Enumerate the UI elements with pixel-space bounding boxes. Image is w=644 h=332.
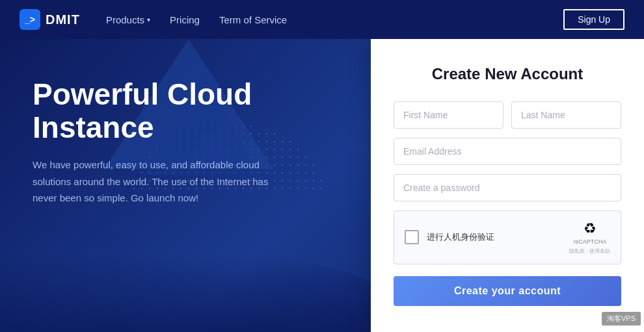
- recaptcha-widget[interactable]: 进行人机身份验证 ♻ reCAPTCHA 隐私权 · 使用条款: [394, 211, 621, 264]
- create-account-button[interactable]: Create your account: [394, 276, 621, 306]
- recaptcha-logo-icon: ♻: [584, 220, 597, 237]
- nav-products[interactable]: Products ▾: [106, 14, 150, 25]
- recaptcha-brand: reCAPTCHA: [573, 238, 606, 246]
- recaptcha-right: ♻ reCAPTCHA 隐私权 · 使用条款: [569, 220, 610, 255]
- recaptcha-checkbox[interactable]: [405, 230, 419, 244]
- first-name-input[interactable]: [394, 101, 503, 129]
- brand[interactable]: _> DMIT: [20, 9, 80, 30]
- brand-icon: _>: [20, 9, 40, 30]
- last-name-input[interactable]: [511, 101, 621, 129]
- email-input[interactable]: [394, 138, 621, 165]
- recaptcha-left: 进行人机身份验证: [405, 230, 494, 244]
- form-title: Create New Account: [394, 65, 621, 83]
- name-row: [394, 101, 621, 129]
- brand-name: DMIT: [46, 12, 80, 27]
- watermark: 淘客VPS: [602, 312, 641, 326]
- password-input[interactable]: [394, 174, 621, 201]
- recaptcha-label: 进行人机身份验证: [427, 231, 494, 243]
- navbar: _> DMIT Products ▾ Pricing Term of Servi…: [0, 0, 644, 39]
- nav-tos[interactable]: Term of Service: [219, 14, 287, 25]
- nav-pricing[interactable]: Pricing: [170, 14, 200, 25]
- hero-content: Powerful Cloud Instance We have powerful…: [0, 39, 364, 226]
- hero-section: Powerful Cloud Instance We have powerful…: [0, 39, 644, 332]
- recaptcha-terms: 隐私权 · 使用条款: [569, 248, 610, 255]
- hero-bottom-wave: [0, 254, 377, 332]
- nav-links: Products ▾ Pricing Term of Service: [106, 14, 563, 25]
- signup-button[interactable]: Sign Up: [563, 9, 624, 30]
- chevron-down-icon: ▾: [147, 16, 150, 23]
- signup-form-card: Create New Account 进行人机身份验证 ♻ reCAPTCHA …: [371, 39, 644, 332]
- hero-subtitle: We have powerful, easy to use, and affor…: [33, 157, 280, 207]
- hero-title: Powerful Cloud Instance: [33, 78, 345, 144]
